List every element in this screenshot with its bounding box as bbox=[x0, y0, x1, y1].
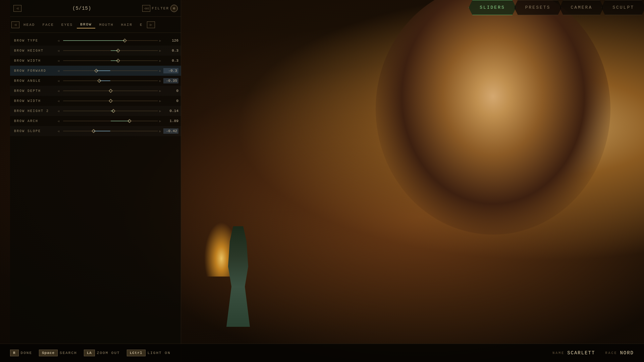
slider-value-7: 0.14 bbox=[163, 109, 178, 113]
tab-extra[interactable]: E bbox=[137, 21, 146, 28]
slider-row: BROW TYPE 126 bbox=[10, 36, 181, 46]
slider-track-area-0[interactable] bbox=[58, 39, 163, 42]
character-race-item: RACE NORD bbox=[605, 350, 634, 356]
slider-track-area-4[interactable] bbox=[58, 79, 163, 82]
slider-label-0: BROW TYPE bbox=[14, 39, 58, 43]
filter-icon[interactable]: ⊙ bbox=[170, 5, 178, 12]
slider-row: BROW ARCH 1.89 bbox=[10, 116, 181, 126]
slider-label-2: BROW WIDTH bbox=[14, 59, 58, 63]
slider-right-arrow-7[interactable] bbox=[159, 110, 163, 113]
key-lctrl: LCtrl bbox=[127, 350, 146, 356]
slider-track-6[interactable] bbox=[63, 101, 158, 101]
tab-next-arrow[interactable]: ▷ bbox=[147, 21, 155, 28]
tab-mouth[interactable]: MOUTH bbox=[96, 21, 117, 28]
slider-left-arrow-1[interactable] bbox=[58, 49, 62, 52]
slider-row: BROW WIDTH 0.3 bbox=[10, 56, 181, 66]
slider-left-arrow-5[interactable] bbox=[58, 89, 62, 93]
slider-left-arrow-7[interactable] bbox=[58, 110, 62, 113]
slider-label-7: BROW HEIGHT 2 bbox=[14, 109, 58, 113]
slider-track-area-9[interactable] bbox=[58, 130, 163, 133]
slider-track-area-7[interactable] bbox=[58, 110, 163, 113]
bottom-info: NAME SCARLETT RACE NORD bbox=[552, 350, 634, 356]
tab-camera[interactable]: CAMERA bbox=[559, 0, 603, 15]
slider-right-arrow-1[interactable] bbox=[159, 49, 163, 52]
slider-left-arrow-2[interactable] bbox=[58, 59, 62, 62]
slider-track-2[interactable] bbox=[63, 60, 158, 61]
mode-tabs: SLIDERS PRESETS CAMERA SCULPT bbox=[470, 0, 644, 15]
slider-right-arrow-3[interactable] bbox=[159, 69, 163, 72]
slider-right-arrow-5[interactable] bbox=[159, 89, 163, 93]
slider-label-3: BROW FORWARD bbox=[14, 69, 58, 73]
slider-row: BROW HEIGHT 2 0.14 bbox=[10, 106, 181, 116]
slider-label-5: BROW DEPTH bbox=[14, 89, 58, 93]
slider-right-arrow-6[interactable] bbox=[159, 100, 163, 103]
slider-label-8: BROW ARCH bbox=[14, 119, 58, 123]
top-nav: ◁ (5/15) ◁◁ FILTER ⊙ bbox=[10, 0, 181, 17]
slider-track-area-5[interactable] bbox=[58, 89, 163, 93]
slider-label-4: BROW ANGLE bbox=[14, 79, 58, 83]
character-name-value: SCARLETT bbox=[567, 350, 595, 356]
name-label: NAME bbox=[552, 351, 565, 355]
category-tabs: ◁ HEAD FACE EYES BROW MOUTH HAIR E ▷ bbox=[10, 17, 181, 33]
tab-presets[interactable]: PRESETS bbox=[514, 0, 562, 15]
slider-left-arrow-4[interactable] bbox=[58, 79, 62, 82]
nav-counter: (5/15) bbox=[72, 6, 91, 11]
tab-prev-arrow[interactable]: ◁ bbox=[11, 21, 19, 28]
tab-brow[interactable]: BROW bbox=[77, 21, 95, 28]
key-la: LA bbox=[84, 350, 95, 356]
slider-right-arrow-0[interactable] bbox=[159, 39, 163, 42]
slider-track-area-3[interactable] bbox=[58, 69, 163, 72]
slider-value-2: 0.3 bbox=[163, 59, 178, 63]
slider-track-9[interactable] bbox=[63, 131, 158, 131]
slider-row: BROW DEPTH 0 bbox=[10, 86, 181, 96]
character-viewport bbox=[181, 0, 644, 344]
slider-track-area-1[interactable] bbox=[58, 49, 163, 52]
slider-row: BROW HEIGHT 0.3 bbox=[10, 46, 181, 56]
slider-value-6: 0 bbox=[163, 99, 178, 103]
slider-left-arrow-9[interactable] bbox=[58, 130, 62, 133]
bottom-bar: R DONE Space SEARCH LA ZOOM OUT LCtrl LI… bbox=[0, 344, 644, 362]
label-done: DONE bbox=[21, 351, 32, 355]
tab-hair[interactable]: HAIR bbox=[118, 21, 136, 28]
slider-left-arrow-6[interactable] bbox=[58, 100, 62, 103]
tab-sculpt[interactable]: SCULPT bbox=[601, 0, 644, 15]
character-name-item: NAME SCARLETT bbox=[552, 350, 595, 356]
slider-value-5: 0 bbox=[163, 89, 178, 93]
slider-right-arrow-9[interactable] bbox=[159, 130, 163, 133]
slider-left-arrow-0[interactable] bbox=[58, 39, 62, 42]
slider-track-3[interactable] bbox=[63, 70, 158, 71]
slider-track-7[interactable] bbox=[63, 111, 158, 111]
label-light: LIGHT ON bbox=[148, 351, 171, 355]
binding-zoom: LA ZOOM OUT bbox=[84, 350, 120, 356]
tab-eyes[interactable]: EYES bbox=[58, 21, 76, 28]
key-r: R bbox=[10, 350, 19, 356]
nav-next-arrow[interactable]: ◁◁ bbox=[142, 5, 150, 12]
nav-prev-arrow[interactable]: ◁ bbox=[13, 5, 21, 12]
slider-value-8: 1.89 bbox=[163, 119, 178, 123]
slider-track-area-6[interactable] bbox=[58, 100, 163, 103]
slider-left-arrow-8[interactable] bbox=[58, 120, 62, 123]
tab-face[interactable]: FACE bbox=[39, 21, 57, 28]
label-zoom: ZOOM OUT bbox=[97, 351, 120, 355]
slider-right-arrow-2[interactable] bbox=[159, 59, 163, 62]
slider-left-arrow-3[interactable] bbox=[58, 69, 62, 72]
slider-track-8[interactable] bbox=[63, 121, 158, 121]
slider-track-5[interactable] bbox=[63, 90, 158, 91]
slider-track-area-2[interactable] bbox=[58, 59, 163, 62]
tab-head[interactable]: HEAD bbox=[20, 21, 38, 28]
slider-right-arrow-8[interactable] bbox=[159, 120, 163, 123]
binding-search: Space SEARCH bbox=[39, 350, 77, 356]
slider-value-9: -0.42 bbox=[163, 128, 178, 134]
slider-value-0: 126 bbox=[163, 39, 178, 43]
slider-track-0[interactable] bbox=[63, 40, 158, 41]
tab-sliders[interactable]: SLIDERS bbox=[469, 0, 516, 15]
slider-track-4[interactable] bbox=[63, 80, 158, 81]
slider-row: BROW WIDTH 0 bbox=[10, 96, 181, 106]
slider-track-1[interactable] bbox=[63, 50, 158, 51]
sliders-section: BROW TYPE 126 BROW HEIGHT 0.3 bbox=[10, 33, 181, 139]
slider-right-arrow-4[interactable] bbox=[159, 79, 163, 82]
slider-label-9: BROW SLOPE bbox=[14, 129, 58, 133]
slider-label-1: BROW HEIGHT bbox=[14, 49, 58, 53]
slider-track-area-8[interactable] bbox=[58, 120, 163, 123]
bottom-controls: R DONE Space SEARCH LA ZOOM OUT LCtrl LI… bbox=[10, 350, 170, 356]
